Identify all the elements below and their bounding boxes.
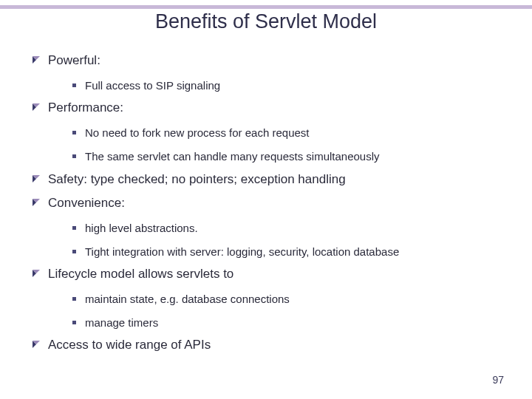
subbullet-text: manage timers: [85, 316, 158, 330]
subbullet-text: maintain state, e.g. database connection…: [85, 292, 290, 307]
subbullet: high level abstractions.: [72, 221, 505, 236]
diamond-bullet-icon: [33, 270, 40, 277]
subbullet: manage timers: [72, 316, 505, 330]
diamond-bullet-icon: [33, 103, 40, 111]
bullet-text: Access to wide range of APIs: [48, 337, 211, 354]
diamond-bullet-icon: [33, 175, 40, 183]
bullet-performance: Performance:: [33, 100, 505, 117]
subbullet: No need to fork new process for each req…: [72, 126, 505, 140]
bullet-text: Convenience:: [48, 195, 125, 212]
bullet-text: Performance:: [48, 100, 123, 117]
bullet-text: Safety: type checked; no pointers; excep…: [48, 171, 346, 188]
header-band: [0, 5, 532, 9]
square-bullet-icon: [72, 154, 76, 158]
square-bullet-icon: [72, 83, 76, 87]
subbullet-text: Full access to SIP signaling: [85, 78, 220, 93]
subbullet: Full access to SIP signaling: [72, 78, 505, 93]
subbullet: The same servlet can handle many request…: [72, 149, 505, 164]
subbullet-text: Tight integration with server: logging, …: [85, 245, 399, 259]
square-bullet-icon: [72, 297, 76, 301]
bullet-powerful: Powerful:: [33, 52, 505, 69]
square-bullet-icon: [72, 226, 76, 230]
square-bullet-icon: [72, 321, 76, 324]
bullet-text: Lifecycle model allows servlets to: [48, 266, 233, 283]
diamond-bullet-icon: [33, 199, 40, 206]
subbullet-text: The same servlet can handle many request…: [85, 149, 380, 164]
bullet-text: Powerful:: [48, 52, 100, 69]
diamond-bullet-icon: [33, 341, 40, 348]
bullet-safety: Safety: type checked; no pointers; excep…: [33, 171, 505, 188]
slide-title: Benefits of Servlet Model: [0, 10, 532, 33]
slide-content: Powerful: Full access to SIP signaling P…: [33, 46, 505, 355]
diamond-bullet-icon: [33, 56, 40, 64]
subbullet-text: No need to fork new process for each req…: [85, 126, 310, 140]
slide: Benefits of Servlet Model Powerful: Full…: [0, 0, 532, 399]
bullet-apis: Access to wide range of APIs: [33, 337, 505, 354]
subbullet: maintain state, e.g. database connection…: [72, 292, 505, 307]
bullet-lifecycle: Lifecycle model allows servlets to: [33, 266, 505, 283]
page-number: 97: [492, 374, 504, 386]
bullet-convenience: Convenience:: [33, 195, 505, 212]
square-bullet-icon: [72, 250, 76, 253]
square-bullet-icon: [72, 131, 76, 134]
subbullet: Tight integration with server: logging, …: [72, 245, 505, 259]
subbullet-text: high level abstractions.: [85, 221, 198, 236]
